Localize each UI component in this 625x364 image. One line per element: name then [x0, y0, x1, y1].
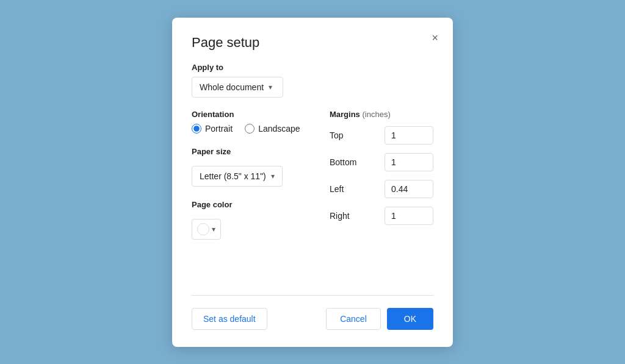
cancel-button[interactable]: Cancel: [326, 308, 381, 330]
orientation-options: Portrait Landscape: [192, 124, 311, 134]
paper-size-value: Letter (8.5" x 11"): [200, 171, 266, 181]
apply-to-section: Apply to Whole document ▾: [192, 63, 433, 98]
chevron-down-icon: ▾: [271, 172, 275, 180]
portrait-radio[interactable]: [192, 124, 201, 134]
orientation-label: Orientation: [192, 110, 311, 119]
margin-bottom-label: Bottom: [330, 157, 356, 167]
margin-top-label: Top: [330, 130, 354, 140]
orientation-section: Orientation Portrait Landscape: [192, 110, 311, 134]
margin-left-input[interactable]: [385, 180, 433, 198]
ok-button[interactable]: OK: [387, 308, 433, 330]
main-content: Orientation Portrait Landscape Paper siz…: [192, 110, 433, 295]
set-as-default-button[interactable]: Set as default: [192, 308, 267, 330]
paper-size-dropdown[interactable]: Letter (8.5" x 11") ▾: [192, 166, 283, 187]
close-button[interactable]: ×: [429, 30, 441, 46]
page-color-button[interactable]: ▾: [192, 219, 221, 240]
portrait-option[interactable]: Portrait: [192, 124, 233, 134]
margin-bottom-row: Bottom: [330, 153, 433, 171]
portrait-label: Portrait: [205, 124, 233, 134]
margins-section: Margins (inches) Top Bottom Left Right: [323, 110, 433, 295]
footer-right-buttons: Cancel OK: [326, 308, 433, 330]
page-color-label: Page color: [192, 200, 311, 209]
dialog-footer: Set as default Cancel OK: [192, 295, 433, 330]
margin-left-row: Left: [330, 180, 433, 198]
margins-title: Margins (inches): [330, 110, 433, 119]
margin-left-label: Left: [330, 184, 354, 194]
landscape-option[interactable]: Landscape: [245, 124, 300, 134]
apply-to-label: Apply to: [192, 63, 433, 72]
color-swatch: [197, 223, 209, 235]
left-column: Orientation Portrait Landscape Paper siz…: [192, 110, 323, 295]
margin-bottom-input[interactable]: [385, 153, 433, 171]
apply-to-value: Whole document: [200, 82, 264, 92]
margin-top-input[interactable]: [385, 126, 433, 145]
paper-size-label: Paper size: [192, 147, 311, 156]
margin-right-row: Right: [330, 207, 433, 225]
landscape-label: Landscape: [258, 124, 300, 134]
page-setup-dialog: Page setup × Apply to Whole document ▾ O…: [172, 18, 453, 347]
chevron-down-icon: ▾: [212, 225, 215, 234]
landscape-radio[interactable]: [245, 124, 255, 134]
margins-label: Margins: [330, 110, 360, 119]
apply-to-dropdown[interactable]: Whole document ▾: [192, 77, 283, 98]
margins-unit: (inches): [362, 110, 390, 119]
paper-size-section: Paper size Letter (8.5" x 11") ▾: [192, 147, 311, 187]
margin-right-input[interactable]: [385, 207, 433, 225]
page-color-section: Page color ▾: [192, 200, 311, 240]
margin-top-row: Top: [330, 126, 433, 145]
margin-right-label: Right: [330, 211, 354, 221]
chevron-down-icon: ▾: [269, 83, 272, 91]
dialog-title: Page setup: [192, 35, 433, 51]
